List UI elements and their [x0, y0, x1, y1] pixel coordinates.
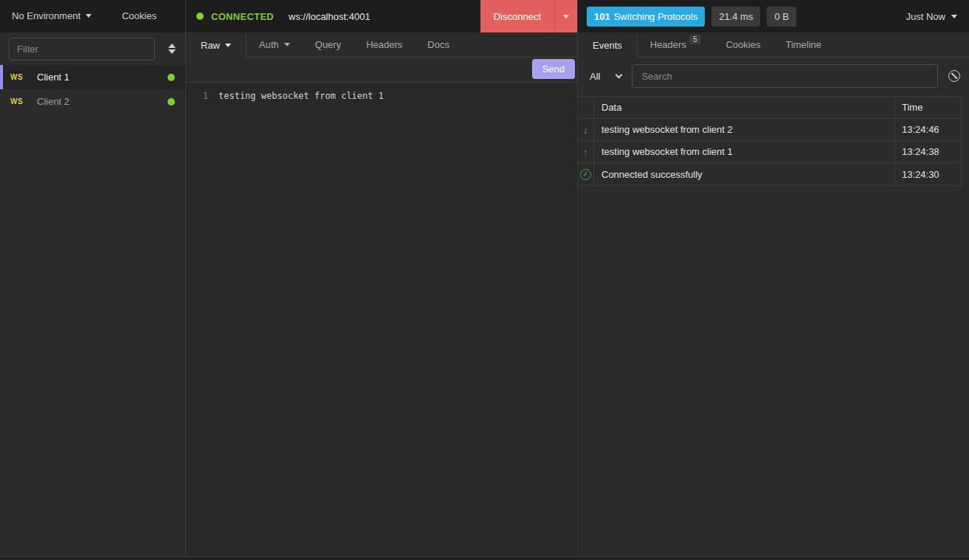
request-name: Client 2: [37, 96, 168, 107]
main-row: No Environment Cookies WS: [0, 0, 969, 556]
app-window: No Environment Cookies WS: [0, 0, 969, 560]
sidebar-topbar: No Environment Cookies: [0, 0, 185, 32]
response-panel: 101 Switching Protocols 21.4 ms 0 B Just…: [578, 0, 969, 556]
tab-response-cookies[interactable]: Cookies: [713, 32, 773, 57]
status-badge: 101 Switching Protocols: [587, 7, 705, 27]
event-data: Connected successfully: [594, 163, 895, 185]
event-time: 13:24:46: [895, 124, 961, 135]
connection-status: CONNECTED: [211, 11, 274, 22]
tab-label: Headers: [650, 39, 686, 50]
response-history-dropdown[interactable]: Just Now: [906, 11, 957, 22]
environment-label: No Environment: [12, 10, 80, 21]
editor-content[interactable]: testing websocket from client 1: [218, 89, 384, 103]
send-button[interactable]: Send: [532, 59, 575, 79]
time-badge: 21.4 ms: [711, 7, 760, 27]
websocket-url[interactable]: ws://localhost:4001: [289, 11, 370, 22]
tab-label: Cookies: [725, 39, 760, 50]
event-type-select[interactable]: All: [587, 71, 624, 82]
request-panel: CONNECTED ws://localhost:4001 Disconnect…: [186, 0, 578, 556]
response-tabstrip-rest: Headers 5 Cookies Timeline: [638, 32, 969, 58]
request-list: WS Client 1 WS Client 2: [0, 65, 185, 556]
bottom-status-strip: [0, 556, 969, 560]
filter-input[interactable]: [9, 38, 155, 61]
tab-docs[interactable]: Docs: [415, 32, 462, 57]
clear-events-icon[interactable]: [948, 70, 960, 82]
tab-auth[interactable]: Auth: [246, 32, 303, 57]
tab-raw[interactable]: Raw: [186, 32, 246, 58]
status-text: Switching Protocols: [614, 11, 697, 22]
chevron-down-icon: [563, 15, 569, 18]
sidebar-item-client-1[interactable]: WS Client 1: [0, 65, 185, 89]
response-topbar: 101 Switching Protocols 21.4 ms 0 B Just…: [578, 0, 969, 32]
arrow-down-icon: [583, 124, 588, 136]
message-editor[interactable]: 1 testing websocket from client 1: [186, 83, 577, 556]
request-name: Client 1: [37, 72, 168, 83]
sort-button[interactable]: [165, 41, 179, 57]
status-code: 101: [594, 11, 610, 22]
connected-dot-icon: [168, 98, 175, 106]
sidebar: No Environment Cookies WS: [0, 0, 186, 556]
tab-label: Auth: [259, 39, 279, 50]
events-table: Data Time testing websocket from client …: [578, 96, 962, 186]
send-toolbar: Send: [186, 58, 577, 83]
event-data: testing websocket from client 2: [594, 119, 895, 140]
headers-count-badge: 5: [689, 35, 701, 44]
event-row-connected[interactable]: Connected successfully 13:24:30: [578, 163, 961, 185]
tab-label: Headers: [366, 39, 402, 50]
check-circle-icon: [580, 169, 591, 180]
tab-label: Docs: [427, 39, 449, 50]
request-tabstrip: Raw Auth Query Headers Docs: [186, 32, 577, 58]
environment-dropdown[interactable]: No Environment: [12, 10, 92, 21]
chevron-down-icon: [615, 71, 623, 78]
sort-up-icon: [168, 44, 176, 48]
events-table-header: Data Time: [578, 97, 961, 119]
chevron-down-icon: [284, 43, 290, 46]
tab-timeline[interactable]: Timeline: [773, 32, 834, 57]
event-row-sent[interactable]: testing websocket from client 1 13:24:38: [578, 141, 961, 163]
event-type-value: All: [590, 71, 600, 82]
tab-label: Timeline: [785, 39, 821, 50]
chevron-down-icon: [86, 14, 92, 18]
request-topbar: CONNECTED ws://localhost:4001 Disconnect: [186, 0, 577, 32]
ws-method-tag: WS: [10, 73, 37, 81]
event-row-received[interactable]: testing websocket from client 2 13:24:46: [578, 119, 961, 141]
data-column-header: Data: [594, 97, 895, 118]
connected-dot-icon: [196, 13, 204, 20]
arrow-up-icon: [583, 146, 588, 158]
tab-label: Query: [315, 39, 341, 50]
event-time: 13:24:38: [895, 146, 961, 157]
ws-method-tag: WS: [10, 97, 37, 106]
size-badge: 0 B: [767, 7, 796, 27]
disconnect-options-button[interactable]: [554, 0, 577, 32]
editor-line: 1 testing websocket from client 1: [186, 89, 577, 103]
sort-down-icon: [168, 49, 176, 54]
line-number: 1: [186, 89, 218, 103]
recency-label: Just Now: [906, 11, 945, 22]
chevron-down-icon: [951, 15, 957, 18]
request-tabstrip-rest: Auth Query Headers Docs: [246, 32, 577, 58]
events-filter-row: All: [578, 58, 969, 94]
tab-response-headers[interactable]: Headers 5: [638, 32, 714, 57]
tab-label: Raw: [201, 40, 220, 51]
response-tabstrip: Events Headers 5 Cookies Timeline: [578, 32, 969, 58]
event-data: testing websocket from client 1: [594, 141, 895, 162]
disconnect-button[interactable]: Disconnect: [480, 0, 577, 32]
connected-dot-icon: [168, 74, 175, 81]
icon-column-header: [578, 97, 594, 118]
sidebar-filter-row: [0, 32, 185, 65]
tab-events[interactable]: Events: [578, 32, 638, 58]
time-column-header: Time: [895, 102, 961, 113]
tab-label: Events: [593, 40, 622, 51]
cookies-button[interactable]: Cookies: [122, 10, 156, 21]
events-search-input[interactable]: [632, 64, 938, 88]
disconnect-button-label[interactable]: Disconnect: [480, 0, 554, 32]
chevron-down-icon: [225, 44, 231, 47]
event-time: 13:24:30: [895, 169, 961, 180]
sidebar-item-client-2[interactable]: WS Client 2: [0, 89, 185, 114]
tab-headers[interactable]: Headers: [354, 32, 415, 57]
tab-query[interactable]: Query: [303, 32, 354, 57]
